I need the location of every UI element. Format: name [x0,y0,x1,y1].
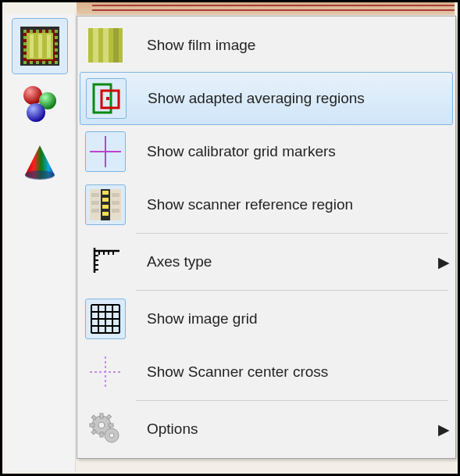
side-toolbar [5,13,76,471]
svg-rect-33 [113,28,119,63]
menu-item-label: Show calibrator grid markers [131,143,453,160]
menu-item-show-scanner-center[interactable]: Show Scanner center cross [80,345,453,399]
svg-rect-50 [112,209,119,213]
menu-item-label: Show Scanner center cross [131,363,453,381]
menu-item-show-calibrator-grid[interactable]: Show calibrator grid markers [80,125,453,178]
svg-rect-4 [38,34,42,58]
svg-rect-23 [55,42,58,45]
view-context-menu: Show film image Show adapted averaging r… [77,16,456,459]
svg-rect-7 [30,30,33,33]
svg-rect-19 [23,42,27,45]
svg-rect-45 [91,193,99,197]
svg-rect-42 [102,198,109,202]
svg-rect-25 [55,55,58,58]
svg-rect-13 [30,61,33,64]
menu-item-axes-type[interactable]: Axes type ▶ [80,235,453,288]
menu-item-show-image-grid[interactable]: Show image grid [80,292,453,345]
film-image-icon [88,28,123,63]
svg-rect-43 [102,205,109,209]
rgb-spheres-icon [19,83,61,125]
image-grid-icon [88,302,123,336]
calibrator-grid-icon [88,134,123,169]
svg-rect-18 [23,36,27,39]
svg-rect-22 [55,36,58,39]
submenu-arrow-icon: ▶ [434,421,453,438]
svg-rect-24 [55,48,58,52]
menu-item-label: Show image grid [131,310,453,327]
svg-rect-21 [23,55,27,58]
svg-point-82 [98,422,105,428]
svg-rect-6 [23,30,27,33]
menu-separator [136,290,448,291]
menu-separator [136,233,448,234]
menu-item-label: Axes type [131,253,434,270]
gear-icon [88,412,123,446]
film-image-tool[interactable] [12,18,68,74]
svg-rect-76 [90,424,94,427]
svg-rect-9 [42,30,45,33]
app-root: Show film image Show adapted averaging r… [0,0,460,476]
svg-rect-46 [91,201,99,205]
menu-item-show-adapted-regions[interactable]: Show adapted averaging regions [80,72,453,125]
svg-point-28 [27,103,45,122]
menu-item-label: Show scanner reference region [131,196,453,213]
svg-rect-12 [23,61,27,64]
svg-rect-47 [91,209,99,213]
svg-point-29 [25,170,55,180]
menu-item-show-scanner-ref[interactable]: Show scanner reference region [80,178,453,231]
scanner-center-icon [88,355,123,389]
scanner-ref-icon [88,188,123,222]
svg-rect-31 [93,28,98,63]
svg-rect-75 [100,432,103,437]
menu-item-show-film-image[interactable]: Show film image [80,19,453,72]
svg-rect-36 [106,97,109,100]
svg-rect-15 [42,61,45,64]
submenu-arrow-icon: ▶ [434,253,453,271]
canvas-ruler-strip [77,2,455,15]
adapted-regions-icon [89,81,123,116]
menu-item-options[interactable]: Options ▶ [80,403,453,456]
menu-item-label: Show film image [131,37,453,54]
svg-rect-3 [30,34,34,58]
svg-rect-10 [48,30,52,33]
svg-rect-20 [23,48,27,52]
svg-rect-32 [103,28,109,63]
svg-rect-5 [47,34,51,58]
svg-rect-74 [100,413,103,418]
svg-rect-11 [55,30,58,33]
svg-rect-14 [36,61,39,64]
svg-rect-49 [112,201,119,205]
svg-rect-44 [102,212,109,216]
svg-rect-8 [36,30,39,33]
rgb-spheres-tool[interactable] [12,76,68,132]
svg-rect-77 [109,424,113,427]
svg-point-84 [109,433,114,438]
menu-separator [136,400,448,401]
cone-tool[interactable] [12,134,68,190]
menu-item-label: Show adapted averaging regions [132,90,452,107]
svg-rect-48 [112,193,119,197]
axes-type-icon [88,245,123,279]
cone-icon [19,141,61,183]
svg-rect-16 [48,61,52,64]
svg-rect-41 [102,191,109,195]
film-image-icon [19,25,61,67]
svg-rect-17 [55,61,58,64]
menu-item-label: Options [131,421,434,438]
